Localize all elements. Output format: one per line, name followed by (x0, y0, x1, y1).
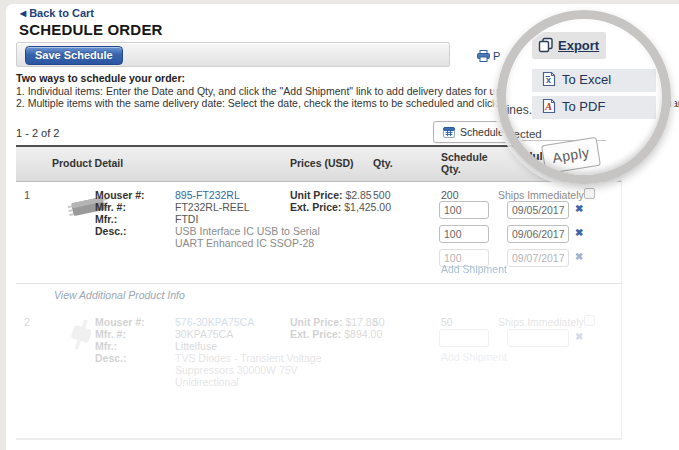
ships-immediately-note: Ships Immediately (498, 189, 584, 201)
order-qty: 50 (373, 316, 385, 328)
mfr-label: Mfr.: (95, 340, 117, 352)
shipment-date-input[interactable] (507, 225, 569, 243)
description-line-3: Unidirectional (175, 376, 239, 388)
printer-icon (477, 50, 490, 62)
export-label: Export (558, 38, 599, 53)
product-image-diode (66, 317, 96, 355)
desc-label: Desc.: (95, 352, 127, 364)
toolbar: Save Schedule (16, 42, 450, 67)
shipment-qty-input[interactable] (439, 201, 489, 219)
excel-file-icon: x (542, 71, 556, 87)
pdf-file-icon: A (542, 98, 556, 114)
ext-price: Ext. Price: $894.00 (290, 328, 382, 340)
pagination-label: 1 - 2 of 2 (16, 127, 59, 139)
header-prices: Prices (USD) (290, 157, 354, 169)
row-checkbox[interactable] (584, 188, 595, 199)
row-checkbox[interactable] (584, 315, 595, 326)
mfr-number-label: Mfr. #: (95, 328, 126, 340)
schedule-qty: 200 (441, 189, 459, 201)
remove-shipment-icon[interactable]: ✖ (575, 227, 583, 238)
print-link[interactable]: P (477, 50, 500, 62)
shipment-date-input[interactable] (507, 329, 569, 347)
row-divider (16, 283, 622, 284)
page-title: SCHEDULE ORDER (19, 21, 163, 38)
calendar-icon (443, 126, 455, 138)
ships-immediately-note: Ships Immediately (498, 316, 584, 328)
shipment-qty-input[interactable] (439, 329, 489, 347)
shipment-date-input[interactable] (507, 201, 569, 219)
back-to-cart-label: Back to Cart (29, 7, 94, 19)
description-line-2: UART Enhanced IC SSOP-28 (175, 237, 314, 249)
description-line-1: USB Interface IC USB to Serial (175, 225, 320, 237)
magnifier-lens: lines. dule Selected Schedule Da Export … (498, 11, 670, 183)
mfr-part-number: 30KPA75CA (175, 328, 233, 340)
table-row-2: 2 Mouser #: Mfr. #: Mfr.: Desc.: 576-30K… (0, 315, 679, 395)
mfr-part-number: FT232RL-REEL (175, 201, 250, 213)
unit-price: Unit Price: $17.88 (290, 316, 378, 328)
instructions-heading: Two ways to schedule your order: (16, 72, 185, 84)
export-button[interactable]: Export (532, 32, 606, 59)
header-qty: Qty. (373, 157, 393, 169)
back-arrow-icon: ◀ (20, 9, 26, 18)
remove-shipment-icon[interactable]: ✖ (575, 203, 583, 214)
add-shipment-link[interactable]: Add Shipment (441, 263, 507, 275)
shipment-date-input[interactable] (507, 249, 569, 267)
shipment-qty-input[interactable] (439, 225, 489, 243)
description-line-1: TVS Diodes - Transient Voltage (175, 352, 322, 364)
order-qty: 500 (373, 189, 391, 201)
row-number: 2 (24, 316, 30, 328)
to-excel-label: To Excel (562, 72, 611, 87)
to-pdf-label: To PDF (562, 99, 605, 114)
mfr-label: Mfr.: (95, 213, 117, 225)
shipment-row: ✖ (439, 201, 599, 219)
mouser-part-link[interactable]: 895-FT232RL (175, 189, 240, 201)
mouser-number-label: Mouser #: (95, 316, 145, 328)
table-right-border (621, 147, 622, 440)
export-to-excel-item[interactable]: x To Excel (532, 68, 656, 92)
shipment-row: ✖ (439, 329, 599, 347)
remove-shipment-icon[interactable]: ✖ (575, 331, 583, 342)
bottom-divider (16, 438, 622, 440)
ext-price: Ext. Price: $1,425.00 (290, 201, 391, 213)
add-shipment-link[interactable]: Add Shipment (441, 351, 507, 363)
manufacturer: Littelfuse (175, 340, 217, 352)
schedule-qty: 50 (441, 316, 453, 328)
row-number: 1 (24, 189, 30, 201)
description-line-2: Suppressors 30000W 75V (175, 364, 298, 376)
unit-price: Unit Price: $2.85 (290, 189, 372, 201)
save-schedule-button[interactable]: Save Schedule (25, 46, 123, 65)
header-product-detail: Product Detail (52, 157, 123, 169)
manufacturer: FTDI (175, 213, 198, 225)
apply-button[interactable]: Apply (541, 137, 601, 174)
back-to-cart-link[interactable]: ◀Back to Cart (20, 7, 94, 19)
desc-label: Desc.: (95, 225, 127, 237)
mouser-part-link[interactable]: 576-30KPA75CA (175, 316, 254, 328)
svg-text:A: A (544, 101, 552, 112)
remove-shipment-icon[interactable]: ✖ (575, 251, 583, 262)
export-to-pdf-item[interactable]: A To PDF (532, 95, 656, 119)
export-copy-icon (538, 37, 554, 53)
header-schedule-qty: Schedule Qty. (441, 151, 488, 175)
mfr-number-label: Mfr. #: (95, 201, 126, 213)
mouser-number-label: Mouser #: (95, 189, 145, 201)
print-label: P (493, 50, 500, 62)
shipment-row: ✖ (439, 225, 599, 243)
magnified-text-fragment: lines. (504, 103, 532, 117)
view-additional-product-info-link[interactable]: View Additional Product Info (54, 289, 185, 301)
